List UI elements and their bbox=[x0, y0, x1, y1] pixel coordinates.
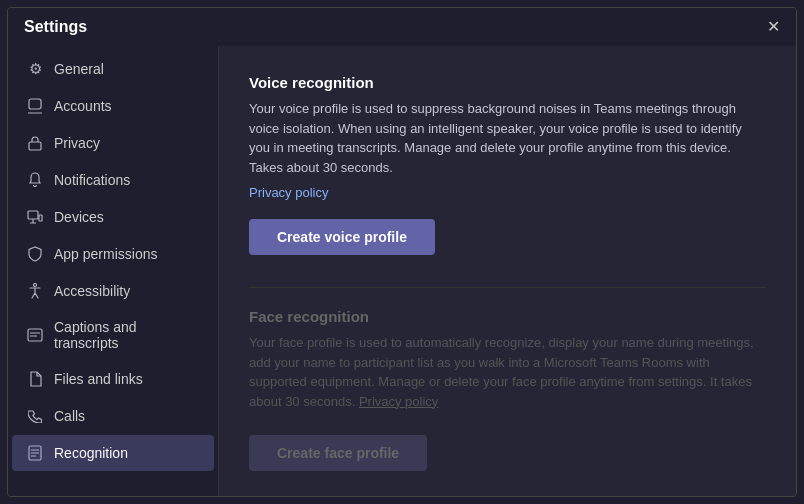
sidebar-item-privacy[interactable]: Privacy bbox=[12, 125, 214, 161]
sidebar-item-devices[interactable]: Devices bbox=[12, 199, 214, 235]
svg-rect-2 bbox=[29, 142, 41, 150]
sidebar-item-label: Recognition bbox=[54, 445, 128, 461]
svg-point-7 bbox=[34, 284, 37, 287]
svg-rect-8 bbox=[28, 329, 42, 341]
sidebar-item-app-permissions[interactable]: App permissions bbox=[12, 236, 214, 272]
face-recognition-section: Face recognition Your face profile is us… bbox=[249, 308, 766, 496]
sidebar-item-label: General bbox=[54, 61, 104, 77]
sidebar-item-accounts[interactable]: Accounts bbox=[12, 88, 214, 124]
voice-recognition-section: Voice recognition Your voice profile is … bbox=[249, 74, 766, 283]
sidebar-item-label: Captions and transcripts bbox=[54, 319, 200, 351]
sidebar-item-label: Accounts bbox=[54, 98, 112, 114]
face-recognition-title: Face recognition bbox=[249, 308, 766, 325]
sidebar-item-captions[interactable]: Captions and transcripts bbox=[12, 310, 214, 360]
lock-icon bbox=[26, 134, 44, 152]
captions-icon bbox=[26, 326, 44, 344]
sidebar-item-files[interactable]: Files and links bbox=[12, 361, 214, 397]
sidebar-item-label: Files and links bbox=[54, 371, 143, 387]
accessibility-icon bbox=[26, 282, 44, 300]
sidebar-item-label: Devices bbox=[54, 209, 104, 225]
close-button[interactable]: ✕ bbox=[767, 19, 780, 35]
sidebar-item-label: Privacy bbox=[54, 135, 100, 151]
person-icon bbox=[26, 97, 44, 115]
settings-window: Settings ✕ ⚙ General Accounts Pri bbox=[7, 7, 797, 497]
devices-icon bbox=[26, 208, 44, 226]
sidebar-item-label: Notifications bbox=[54, 172, 130, 188]
sidebar: ⚙ General Accounts Privacy bbox=[8, 46, 218, 496]
sidebar-item-recognition[interactable]: Recognition bbox=[12, 435, 214, 471]
sidebar-item-notifications[interactable]: Notifications bbox=[12, 162, 214, 198]
create-voice-profile-button[interactable]: Create voice profile bbox=[249, 219, 435, 255]
sidebar-item-label: Calls bbox=[54, 408, 85, 424]
face-privacy-link: Privacy policy bbox=[359, 394, 438, 409]
voice-recognition-desc: Your voice profile is used to suppress b… bbox=[249, 99, 766, 177]
sidebar-item-calls[interactable]: Calls bbox=[12, 398, 214, 434]
phone-icon bbox=[26, 407, 44, 425]
content-area: ⚙ General Accounts Privacy bbox=[8, 46, 796, 496]
gear-icon: ⚙ bbox=[26, 60, 44, 78]
sidebar-item-accessibility[interactable]: Accessibility bbox=[12, 273, 214, 309]
title-bar: Settings ✕ bbox=[8, 8, 796, 46]
section-divider bbox=[249, 287, 766, 288]
sidebar-item-label: Accessibility bbox=[54, 283, 130, 299]
svg-rect-0 bbox=[29, 99, 41, 109]
voice-privacy-link[interactable]: Privacy policy bbox=[249, 185, 328, 200]
sidebar-item-general[interactable]: ⚙ General bbox=[12, 51, 214, 87]
svg-rect-4 bbox=[39, 215, 42, 221]
window-title: Settings bbox=[24, 18, 87, 36]
svg-rect-3 bbox=[28, 211, 38, 219]
face-recognition-desc: Your face profile is used to automatical… bbox=[249, 333, 766, 411]
bell-icon bbox=[26, 171, 44, 189]
sidebar-item-label: App permissions bbox=[54, 246, 158, 262]
shield-icon bbox=[26, 245, 44, 263]
create-face-profile-button: Create face profile bbox=[249, 435, 427, 471]
recognition-icon bbox=[26, 444, 44, 462]
main-content: Voice recognition Your voice profile is … bbox=[218, 46, 796, 496]
voice-recognition-title: Voice recognition bbox=[249, 74, 766, 91]
file-icon bbox=[26, 370, 44, 388]
